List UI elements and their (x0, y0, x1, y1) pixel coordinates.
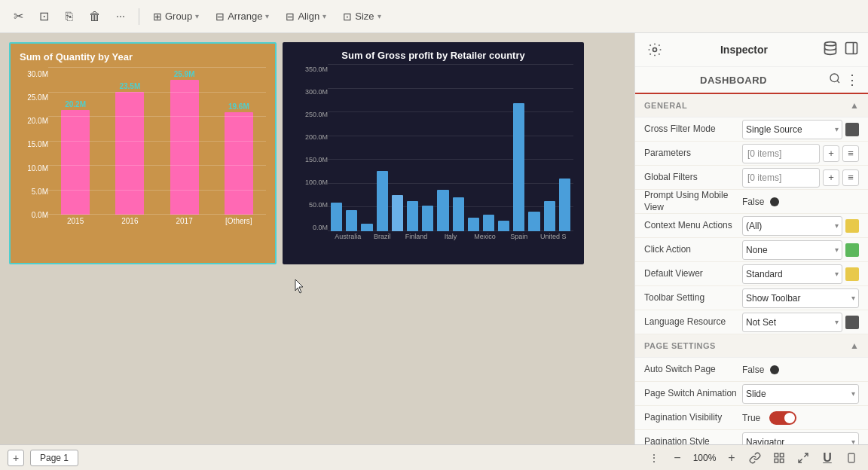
arrange-label: Arrange (228, 11, 262, 22)
chart2-bar-8[interactable] (453, 197, 464, 231)
chart2-bar-0[interactable] (331, 203, 342, 231)
mobile-icon[interactable] (842, 449, 860, 467)
database-icon[interactable] (823, 41, 838, 59)
default-viewer-select[interactable]: Standard ▾ (742, 264, 842, 284)
svg-rect-7 (780, 453, 784, 457)
grid-icon[interactable] (770, 449, 788, 467)
arrange-button[interactable]: ⊟ Arrange ▾ (209, 8, 275, 25)
chart2-bar-5[interactable] (407, 201, 418, 231)
page-settings-collapse-icon[interactable]: ▲ (850, 340, 859, 351)
chart2-title: Sum of Gross profit by Retailer country (293, 50, 573, 61)
global-filters-menu-btn[interactable]: ≡ (842, 169, 859, 186)
chart2-bar-13[interactable] (528, 212, 539, 231)
cut-icon[interactable]: ✂ (8, 6, 29, 27)
parameters-input[interactable]: [0 items] (742, 144, 820, 163)
chart2-bar-12[interactable] (513, 103, 524, 231)
global-filters-row: Global Filters [0 items] + ≡ (635, 166, 868, 190)
bar-2016-rect (115, 92, 144, 215)
auto-switch-control: False (742, 365, 859, 375)
bar-2017[interactable]: 25.9M (162, 70, 207, 215)
panel-toggle-icon[interactable] (844, 41, 859, 59)
underline-icon[interactable]: U (818, 449, 836, 467)
zoom-out-button[interactable]: − (669, 450, 686, 466)
chart2-bar-1[interactable] (346, 210, 357, 231)
bar-2016[interactable]: 23.5M (107, 82, 152, 215)
chart2-bar-10[interactable] (483, 215, 494, 231)
click-action-color-swatch[interactable] (845, 243, 859, 257)
svg-line-11 (799, 459, 802, 462)
language-resource-color-swatch[interactable] (845, 316, 859, 329)
paste-icon[interactable]: ⎘ (59, 6, 80, 27)
language-resource-select[interactable]: Not Set ▾ (742, 313, 842, 332)
more-options-icon[interactable]: ⋮ (845, 72, 859, 88)
cross-filter-mode-value: Single Source (746, 124, 835, 135)
inspector-gear-icon[interactable] (644, 39, 665, 60)
align-icon: ⊟ (286, 11, 295, 23)
canvas[interactable]: Sum of Quantity by Year 30.0M 25.0M 20.0… (0, 33, 634, 444)
xaxis-2015: 2015 (48, 217, 102, 225)
default-viewer-value: Standard (746, 269, 835, 279)
right-panel: Inspector DASHBOARD (634, 33, 868, 444)
search-icon[interactable] (829, 72, 841, 87)
more-icon[interactable]: ⋯ (110, 6, 131, 27)
dashboard-tab-label[interactable]: DASHBOARD (644, 75, 823, 86)
click-action-caret-icon: ▾ (835, 246, 839, 254)
svg-rect-6 (775, 453, 778, 457)
bottom-icons: ⋮ − 100% + U (645, 449, 860, 467)
bar-2015-label: 20.2M (65, 100, 86, 108)
prompt-mobile-dot[interactable] (770, 197, 779, 206)
bar-2015[interactable]: 20.2M (53, 100, 98, 215)
chart2-bar-2[interactable] (361, 224, 372, 231)
group-button[interactable]: ⊞ Group ▾ (147, 8, 205, 25)
align-button[interactable]: ⊟ Align ▾ (280, 8, 332, 25)
click-action-row: Click Action None ▾ (635, 238, 868, 262)
svg-point-0 (653, 48, 657, 52)
parameters-add-btn[interactable]: + (823, 145, 839, 162)
context-menu-color-swatch[interactable] (845, 219, 859, 233)
bar-others[interactable]: 19.6M (216, 102, 261, 215)
panel-tab-header: DASHBOARD ⋮ (635, 67, 868, 94)
general-collapse-icon[interactable]: ▲ (850, 100, 859, 111)
xaxis-finland: Finland (399, 233, 433, 245)
chart1-widget[interactable]: Sum of Quantity by Year 30.0M 25.0M 20.0… (9, 42, 277, 264)
delete-icon[interactable]: 🗑 (84, 6, 105, 27)
more-dots-icon[interactable]: ⋮ (645, 449, 663, 467)
default-viewer-control: Standard ▾ (742, 264, 859, 284)
chart2-bar-9[interactable] (468, 218, 479, 231)
parameters-menu-btn[interactable]: ≡ (842, 145, 859, 162)
xaxis-italy: Italy (433, 233, 467, 245)
chart2-body: 350.0M 300.0M 250.0M 200.0M 150.0M 100.0… (293, 64, 573, 245)
chart2-bar-11[interactable] (498, 221, 509, 231)
page-switch-animation-select[interactable]: Slide ▾ (742, 384, 859, 404)
page1-tab[interactable]: Page 1 (30, 450, 78, 466)
add-page-button[interactable]: + (8, 450, 24, 466)
svg-rect-2 (846, 43, 857, 54)
toolbar-setting-select[interactable]: Show Toolbar ▾ (742, 288, 859, 308)
link-icon[interactable] (746, 449, 764, 467)
copy-icon[interactable]: ⊡ (33, 6, 54, 27)
chart2-bar-7[interactable] (437, 190, 448, 231)
chart2-bar-4[interactable] (392, 195, 403, 231)
context-menu-row: Context Menu Actions (All) ▾ (635, 214, 868, 238)
click-action-select[interactable]: None ▾ (742, 240, 842, 260)
pagination-visibility-toggle[interactable] (769, 411, 796, 425)
global-filters-add-btn[interactable]: + (823, 169, 839, 186)
size-button[interactable]: ⊡ Size ▾ (337, 8, 387, 25)
prompt-mobile-row: Prompt Using Mobile View False (635, 190, 868, 214)
chart2-widget[interactable]: Sum of Gross profit by Retailer country … (283, 42, 584, 264)
chart2-bar-6[interactable] (422, 206, 433, 231)
chart2-bar-15[interactable] (559, 179, 570, 231)
auto-switch-row: Auto Switch Page False (635, 358, 868, 382)
context-menu-select[interactable]: (All) ▾ (742, 216, 842, 236)
auto-switch-dot[interactable] (770, 365, 779, 374)
chart2-bar-3[interactable] (377, 171, 388, 231)
cross-filter-mode-select[interactable]: Single Source ▾ (742, 120, 842, 139)
pagination-style-select[interactable]: Navigator ▾ (742, 432, 859, 445)
default-viewer-color-swatch[interactable] (845, 267, 859, 281)
fullscreen-icon[interactable] (794, 449, 812, 467)
global-filters-input[interactable]: [0 items] (742, 168, 820, 188)
chart2-bar-14[interactable] (544, 201, 555, 231)
page-switch-animation-control: Slide ▾ (742, 384, 859, 404)
zoom-in-button[interactable]: + (723, 450, 740, 466)
cross-filter-color-swatch[interactable] (845, 123, 859, 136)
